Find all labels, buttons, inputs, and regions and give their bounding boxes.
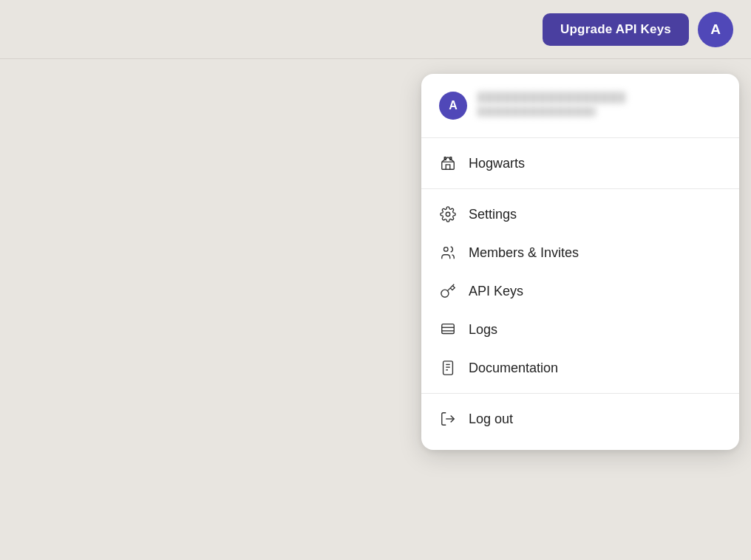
key-icon — [439, 282, 457, 300]
menu-item-api-keys[interactable]: API Keys — [421, 272, 739, 310]
logs-icon — [439, 321, 457, 338]
logout-section: Log out — [421, 397, 739, 441]
menu-item-documentation[interactable]: Documentation — [421, 349, 739, 387]
api-keys-label: API Keys — [469, 284, 523, 299]
upgrade-api-keys-button[interactable]: Upgrade API Keys — [543, 13, 689, 46]
documentation-label: Documentation — [469, 361, 558, 376]
members-svg — [440, 245, 456, 261]
dropdown-menu: A Hogwarts — [421, 74, 739, 450]
logout-icon — [439, 410, 457, 428]
key-svg — [440, 283, 456, 299]
user-info-section: A — [421, 89, 739, 134]
doc-icon — [439, 359, 457, 377]
svg-rect-8 — [442, 324, 455, 334]
hogwarts-section: Hogwarts — [421, 141, 739, 185]
main-menu-section: Settings Members & Invites — [421, 192, 739, 390]
menu-item-logs[interactable]: Logs — [421, 310, 739, 349]
members-icon — [439, 244, 457, 262]
svg-rect-0 — [442, 162, 455, 169]
dropdown-user-avatar: A — [439, 92, 467, 120]
user-avatar-button[interactable]: A — [698, 12, 733, 47]
user-email-blurred — [478, 106, 596, 117]
gear-icon — [439, 205, 457, 223]
menu-item-members-invites[interactable]: Members & Invites — [421, 233, 739, 272]
building-icon — [439, 154, 457, 172]
hogwarts-label: Hogwarts — [469, 156, 525, 171]
logout-svg — [440, 411, 456, 427]
settings-label: Settings — [469, 207, 517, 222]
divider-2 — [421, 188, 739, 189]
divider-3 — [421, 393, 739, 394]
menu-item-settings[interactable]: Settings — [421, 195, 739, 233]
logs-label: Logs — [469, 322, 497, 338]
user-details — [478, 92, 625, 117]
menu-item-hogwarts[interactable]: Hogwarts — [421, 144, 739, 182]
logs-svg — [440, 321, 456, 338]
user-name-blurred — [478, 92, 625, 103]
logout-label: Log out — [469, 412, 513, 427]
gear-svg — [440, 206, 456, 222]
svg-point-6 — [444, 247, 449, 252]
members-invites-label: Members & Invites — [469, 245, 579, 261]
menu-item-logout[interactable]: Log out — [421, 400, 739, 438]
svg-point-7 — [441, 290, 449, 297]
top-bar: Upgrade API Keys A — [0, 0, 751, 59]
building-svg — [440, 155, 456, 171]
divider-1 — [421, 137, 739, 138]
svg-point-5 — [446, 212, 450, 216]
svg-rect-11 — [444, 361, 453, 375]
doc-svg — [440, 360, 456, 376]
